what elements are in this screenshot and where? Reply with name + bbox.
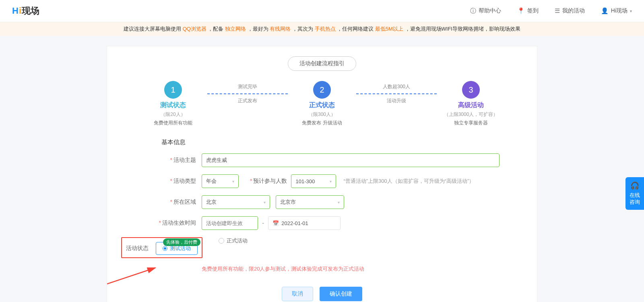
headset-icon: 🎧 [625,181,644,190]
chevron-down-icon: ▾ [630,9,632,13]
side-help-l1: 在线 [630,192,640,198]
step-line-1: 测试完毕 正式发布 [207,81,288,104]
row-theme: *活动主题 [121,153,523,167]
app-header: H i 现场 ⓘ 帮助中心 📍 签到 ☰ 我的活动 👤 Hi现场 ▾ [0,0,644,22]
label-region: *所在区域 [121,199,202,206]
select-type[interactable]: 年会 ▾ [202,174,239,188]
radio-dot-empty-icon [219,238,224,244]
button-row: 取消 确认创建 [121,287,523,301]
nav-help[interactable]: ⓘ 帮助中心 [470,7,501,15]
notice-p3: ，最好为 [248,26,270,32]
section-title: 基本信息 [161,139,523,146]
chevron-down-icon: ▾ [338,200,340,205]
step-2-sub: （限300人） [288,111,356,118]
nav-user-label: Hi现场 [611,7,627,14]
notice-p1: 建议连接大屏幕电脑使用 [124,26,183,32]
nav-my-events[interactable]: ☰ 我的活动 [555,7,585,14]
radio-formal-activity[interactable]: 正式活动 [219,237,248,244]
step-line-1-dash [207,93,288,94]
arrow-annotation-icon [107,264,171,288]
status-badge: 先体验，后付费 [163,238,200,246]
chevron-down-icon: ▾ [330,179,332,184]
notice-net3: 手机热点 [315,26,336,32]
logo-i: i [19,6,21,16]
step-3-title: 高级活动 [437,101,505,110]
step-1-sub: （限20人） [139,111,207,118]
steps: 1 测试状态 （限20人） 免费使用所有功能 测试完毕 正式发布 2 正式状态 … [121,81,523,126]
select-province[interactable]: 北京 ▾ [202,195,270,209]
step-2: 2 正式状态 （限300人） 免费发布 升级活动 [288,81,356,126]
label-type: *活动类型 [121,178,202,185]
select-expect[interactable]: 101-300 ▾ [291,174,336,188]
guide-btn-wrap: 活动创建流程指引 [121,56,523,71]
row-type: *活动类型 年会 ▾ *预计参与人数 101-300 ▾ “普通活动”上限300… [121,174,523,188]
notice-qq: QQ浏览器 [183,26,206,32]
notice-p5: ，任何网络建议 [337,26,375,32]
input-time-end[interactable]: 📅 2022-01-01 [268,216,341,230]
side-help-button[interactable]: 🎧 在线 咨询 [625,177,644,210]
select-city[interactable]: 北京市 ▾ [276,195,344,209]
label-expect: *预计参与人数 [250,178,291,185]
step-line-1-bot: 正式发布 [207,97,288,104]
nav-user[interactable]: 👤 Hi现场 ▾ [601,7,632,14]
nav-checkin-label: 签到 [527,7,539,14]
notice-net2: 有线网络 [270,26,291,32]
step-1: 1 测试状态 （限20人） 免费使用所有功能 [139,81,207,126]
nav-help-label: 帮助中心 [479,7,501,14]
radio-test-activity[interactable]: 测试活动 先体验，后付费 [156,242,198,255]
user-icon: 👤 [601,7,609,14]
step-line-2-bot: 活动升级 [356,97,437,104]
select-expect-value: 101-300 [295,178,315,184]
logo-h: H [12,6,19,16]
step-3-desc: 独立专享服务器 [437,120,505,126]
step-3: 3 高级活动 （上限3000人，可扩容） 独立专享服务器 [437,81,505,126]
step-2-title: 正式状态 [288,101,356,110]
time-dash: - [262,219,264,227]
notice-net1: 独立网络 [225,26,246,32]
notice-p4: ，其次为 [292,26,315,32]
info-icon: ⓘ [470,7,476,15]
row-region: *所在区域 北京 ▾ 北京市 ▾ [121,195,523,209]
select-type-value: 年会 [206,178,217,185]
radio-dot-checked-icon [163,246,167,251]
confirm-button[interactable]: 确认创建 [320,287,362,301]
step-line-1-top: 测试完毕 [207,83,288,90]
label-time: *活动生效时间 [121,219,202,227]
nav-checkin[interactable]: 📍 签到 [517,7,539,14]
notice-p6: ，避免混用现场WIFI导致网络拥堵，影响现场效果 [405,26,520,32]
row-status: 活动状态 测试活动 先体验，后付费 正式活动 [121,237,523,258]
pin-icon: 📍 [517,7,525,14]
label-status: 活动状态 [126,245,156,252]
nav-my-events-label: 我的活动 [562,7,585,14]
step-1-circle: 1 [164,81,182,99]
status-note: 免费使用所有功能，限20人参与测试，测试体验完成可发布为正式活动 [202,265,523,273]
cancel-button[interactable]: 取消 [282,287,313,301]
time-end-value: 2022-01-01 [281,220,308,226]
side-help-l2: 咨询 [630,199,640,205]
chevron-down-icon: ▾ [264,200,266,205]
step-2-desc: 免费发布 升级活动 [288,120,356,126]
notice-bar: 建议连接大屏幕电脑使用 QQ浏览器 ，配备 独立网络 ，最好为 有线网络 ，其次… [0,22,644,36]
notice-p2: ，配备 [208,26,225,32]
page: 活动创建流程指引 1 测试状态 （限20人） 免费使用所有功能 测试完毕 正式发… [0,36,644,302]
step-line-2-top: 人数超300人 [356,83,437,90]
row-time: *活动生效时间 - 📅 2022-01-01 [121,216,523,230]
select-city-value: 北京市 [280,199,296,206]
logo[interactable]: H i 现场 [12,5,39,17]
step-2-circle: 2 [313,81,331,99]
svg-line-0 [107,268,155,284]
calendar-icon: 📅 [272,220,279,226]
input-theme[interactable] [202,153,500,167]
logo-cn: 现场 [22,5,39,17]
notice-net4: 最低5M以上 [375,26,403,32]
step-line-2: 人数超300人 活动升级 [356,81,437,104]
form-card: 活动创建流程指引 1 测试状态 （限20人） 免费使用所有功能 测试完毕 正式发… [107,46,537,302]
step-3-circle: 3 [462,81,480,99]
status-highlight: 活动状态 测试活动 先体验，后付费 [121,237,202,258]
guide-button[interactable]: 活动创建流程指引 [288,56,356,71]
step-line-2-dash [356,93,437,94]
radio-formal-label: 正式活动 [227,237,248,244]
input-time-start [202,216,258,230]
step-3-sub: （上限3000人，可扩容） [437,111,505,118]
label-theme: *活动主题 [121,157,202,164]
